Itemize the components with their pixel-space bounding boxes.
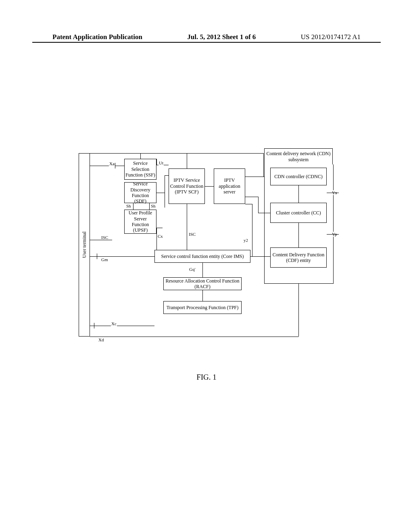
tick-xa: [115, 163, 115, 168]
sdf-box: Service Discovery Function (SDF): [124, 182, 156, 203]
label-isc: ISC: [188, 232, 196, 237]
label-ut: Ut: [159, 160, 164, 165]
tick-yp: [327, 234, 339, 235]
cc-box: Cluster controller (CC): [270, 203, 327, 223]
tpf-box: Transport Processing Function (TPF): [163, 301, 242, 314]
core-ims-box: Service control function entity (Core IM…: [154, 250, 250, 263]
header-left: Patent Application Publication: [52, 33, 142, 41]
label-gq: Gq': [189, 267, 196, 272]
conn-scf-app: [205, 186, 214, 187]
header-center: Jul. 5, 2012 Sheet 1 of 6: [187, 33, 256, 41]
conn-ssf-up1: [140, 153, 141, 159]
label-sh1: Sh: [126, 204, 131, 208]
iptv-app-server-box: IPTV application server: [214, 168, 245, 204]
conn-cx-v: [156, 228, 157, 250]
conn-app-cc3: [258, 213, 270, 213]
conn-xd-h: [90, 337, 298, 337]
conn-sh2: [149, 203, 150, 210]
conn-xa-line: [90, 166, 124, 166]
label-y2: y2: [243, 238, 248, 243]
iptv-scf-box: IPTV Service Control Function (IPTV SCF): [169, 168, 205, 204]
tick-xc: [94, 323, 94, 328]
label-xc: Xc: [111, 321, 117, 326]
label-cx: Cx: [157, 234, 163, 239]
cdnc-box: CDN controller (CDNC): [270, 168, 327, 185]
conn-ut-v: [156, 159, 157, 165]
conn-app-cdnc: [245, 177, 264, 177]
cdf-box: Content Delivery Function (CDF) entity: [270, 247, 327, 268]
conn-xc: [90, 326, 154, 326]
conn-upsf-right: [156, 228, 163, 228]
conn-gm: [90, 256, 154, 257]
conn-sdf-scf-h2: [165, 175, 169, 176]
figure-caption: FIG. 1: [0, 373, 413, 382]
conn-y2-app: [245, 204, 252, 204]
label-xd: Xd: [98, 337, 104, 342]
ssf-box: Service Selection Function (SSF): [124, 159, 156, 180]
conn-ys: [298, 185, 299, 203]
label-gm: Gm: [101, 257, 108, 262]
conn-sdf-scf-v: [165, 175, 165, 208]
conn-app-cc2: [258, 197, 259, 213]
conn-y2-v2: [252, 204, 252, 256]
header-right: US 2012/0174172 A1: [301, 33, 361, 41]
header-rule: [32, 42, 381, 43]
conn-xa-top: [90, 153, 263, 154]
label-xa: Xa: [109, 161, 115, 166]
cdn-subsystem-title: Content delivery network (CDN) subsystem: [264, 148, 333, 164]
user-terminal-label: User terminal: [81, 232, 87, 258]
conn-app-cc1: [245, 197, 258, 197]
label-sh2: Sh: [150, 204, 156, 208]
tick-ys: [327, 193, 339, 193]
conn-isc-left: [90, 240, 112, 240]
racf-box: Resource Allocation Control Function (RA…: [163, 277, 242, 290]
conn-top-right-v: [263, 153, 264, 177]
conn-sdf-scf: [156, 193, 165, 193]
architecture-diagram: User terminal Content delivery network (…: [79, 153, 337, 347]
conn-isc: [187, 204, 187, 250]
label-isc-left: ISC: [101, 235, 108, 240]
conn-gq: [202, 263, 203, 277]
upsf-box: User Profile Server Function (UPSF): [124, 210, 156, 234]
conn-yp: [298, 223, 299, 247]
page-header: Patent Application Publication Jul. 5, 2…: [0, 33, 413, 41]
conn-y2-h: [250, 256, 270, 257]
conn-scf-up: [187, 153, 187, 168]
tick-gm: [97, 254, 97, 259]
conn-xd-v: [298, 283, 299, 337]
conn-sh1: [133, 203, 133, 210]
conn-racf-tpf: [202, 290, 203, 301]
user-terminal-box: User terminal: [79, 153, 90, 337]
